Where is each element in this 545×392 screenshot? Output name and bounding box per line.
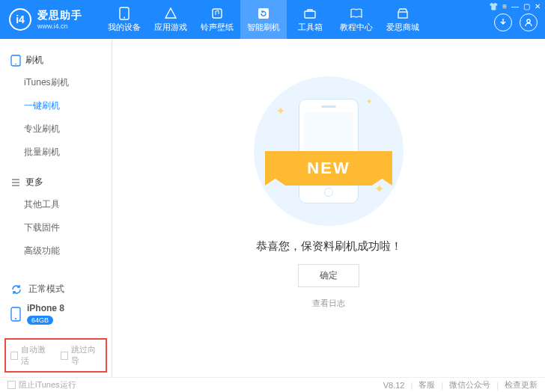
nav-toolbox[interactable]: 工具箱 [287, 0, 333, 39]
sync-icon [10, 284, 22, 295]
phone-icon [118, 7, 131, 20]
device-icon [10, 307, 21, 322]
device-name: iPhone 8 [27, 303, 64, 313]
close-icon[interactable]: ✕ [535, 2, 541, 10]
brand-title: 爱思助手 [37, 9, 82, 22]
svg-rect-3 [258, 8, 269, 19]
logo-icon: i4 [9, 8, 31, 31]
phone-icon [10, 55, 21, 67]
sidebar: 刷机 iTunes刷机 一键刷机 专业刷机 批量刷机 更多 其他工具 下载固件 … [0, 39, 112, 377]
book-icon [350, 7, 363, 20]
menu-icon[interactable]: ≡ [502, 2, 507, 10]
nav-apps[interactable]: 应用游戏 [147, 0, 194, 39]
maximize-icon[interactable]: ▢ [523, 2, 530, 10]
svg-point-10 [15, 318, 16, 319]
download-icon[interactable] [494, 13, 512, 31]
sparkle-icon: ✦ [374, 182, 384, 196]
device-mode[interactable]: 正常模式 [10, 278, 104, 300]
checkbox-icon [10, 352, 18, 360]
minimize-icon[interactable]: ― [511, 2, 519, 10]
nav-tutorials[interactable]: 教程中心 [333, 0, 380, 39]
refresh-icon [257, 7, 270, 20]
sidebar-item-itunes-flash[interactable]: iTunes刷机 [24, 71, 112, 94]
version-label: V8.12 [383, 381, 405, 390]
sidebar-item-pro-flash[interactable]: 专业刷机 [24, 117, 112, 141]
sidebar-item-batch-flash[interactable]: 批量刷机 [24, 141, 112, 164]
confirm-button[interactable]: 确定 [298, 264, 359, 287]
svg-rect-2 [213, 9, 222, 18]
main-content: ✦ ✦ ✦ NEW 恭喜您，保资料刷机成功啦！ 确定 查看日志 [112, 39, 545, 377]
top-nav: 我的设备 应用游戏 铃声壁纸 智能刷机 工具箱 教程中心 爱思商城 [101, 0, 426, 39]
sparkle-icon: ✦ [366, 97, 372, 105]
toolbox-icon [303, 7, 317, 20]
footer-link-support[interactable]: 客服 [418, 379, 435, 391]
apps-icon [164, 7, 177, 20]
svg-point-1 [124, 16, 125, 18]
sidebar-item-other-tools[interactable]: 其他工具 [24, 193, 112, 216]
sidebar-item-download-firmware[interactable]: 下载固件 [24, 216, 112, 239]
svg-rect-5 [398, 12, 407, 18]
footer-link-update[interactable]: 检查更新 [505, 379, 538, 391]
music-icon [210, 7, 224, 20]
nav-shop[interactable]: 爱思商城 [380, 0, 426, 39]
footer-link-wechat[interactable]: 微信公众号 [449, 379, 490, 391]
new-ribbon: NEW [265, 151, 392, 186]
success-illustration: ✦ ✦ ✦ NEW [254, 76, 404, 226]
svg-point-6 [527, 19, 530, 22]
device-storage-badge: 64GB [27, 316, 53, 325]
nav-my-device[interactable]: 我的设备 [101, 0, 147, 39]
brand-block: i4 爱思助手 www.i4.cn [0, 0, 101, 39]
brand-url: www.i4.cn [37, 22, 82, 30]
checkbox-skip-setup[interactable]: 跳过向导 [61, 344, 102, 367]
success-message: 恭喜您，保资料刷机成功啦！ [256, 239, 402, 254]
checkbox-auto-activate[interactable]: 自动激活 [10, 344, 52, 367]
svg-rect-4 [305, 11, 315, 18]
view-log-link[interactable]: 查看日志 [312, 298, 345, 309]
svg-point-8 [15, 63, 16, 64]
sidebar-group-flash[interactable]: 刷机 [0, 49, 112, 71]
status-bar: 阻止iTunes运行 V8.12 | 客服 | 微信公众号 | 检查更新 [0, 377, 545, 392]
sparkle-icon: ✦ [276, 105, 285, 117]
checkbox-icon [61, 352, 68, 360]
device-block[interactable]: iPhone 8 64GB [10, 300, 104, 329]
tshirt-icon[interactable]: 👕 [489, 2, 498, 10]
nav-flash[interactable]: 智能刷机 [240, 0, 287, 39]
nav-ringtones[interactable]: 铃声壁纸 [194, 0, 240, 39]
app-header: i4 爱思助手 www.i4.cn 我的设备 应用游戏 铃声壁纸 智能刷机 工具… [0, 0, 545, 39]
user-icon[interactable] [520, 13, 538, 31]
window-controls: 👕 ≡ ― ▢ ✕ [489, 2, 541, 10]
sidebar-item-advanced[interactable]: 高级功能 [24, 239, 112, 263]
highlighted-options: 自动激活 跳过向导 [4, 338, 107, 373]
sidebar-group-more[interactable]: 更多 [0, 171, 112, 193]
shop-icon [396, 7, 409, 20]
checkbox-block-itunes[interactable]: 阻止iTunes运行 [7, 379, 76, 391]
hamburger-icon [10, 177, 21, 188]
checkbox-icon [7, 381, 16, 389]
sidebar-item-onekey-flash[interactable]: 一键刷机 [24, 94, 112, 117]
